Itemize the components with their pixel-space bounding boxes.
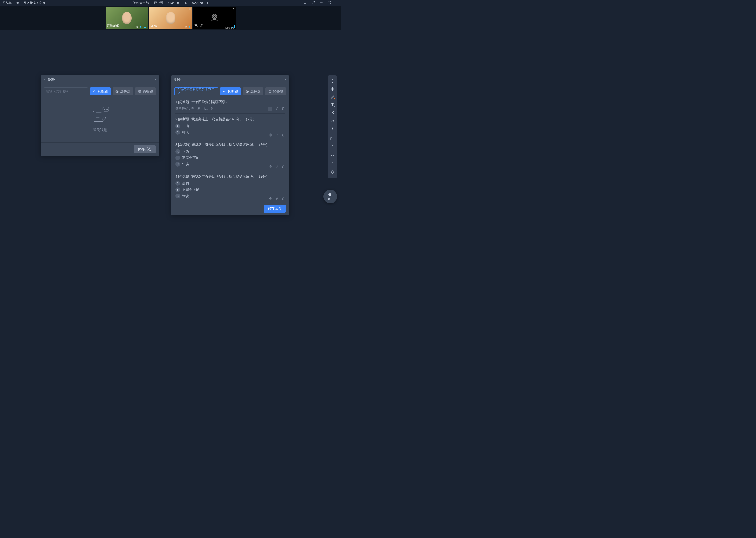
- option-row[interactable]: A是的: [175, 181, 285, 186]
- question-title: 1 [简答题] 一年四季分别是哪四季?: [175, 100, 285, 104]
- move-icon[interactable]: [269, 197, 272, 200]
- text-tool[interactable]: [328, 101, 337, 108]
- users-tool[interactable]: [328, 150, 337, 158]
- camera-toggle-icon[interactable]: [304, 1, 307, 6]
- back-icon[interactable]: [43, 78, 46, 82]
- svg-point-1: [313, 2, 314, 3]
- chat-tool[interactable]: [328, 158, 337, 166]
- tab-choice[interactable]: 选择题: [243, 87, 263, 95]
- tab-short-answer[interactable]: 简答题: [265, 87, 286, 95]
- svg-point-34: [247, 91, 248, 92]
- check-x-icon: [93, 89, 96, 93]
- option-row[interactable]: B不完全正确: [175, 187, 285, 192]
- toolbox-tool[interactable]: [328, 142, 337, 150]
- tab-choice[interactable]: 选择题: [113, 87, 133, 95]
- mic-icon: [139, 25, 142, 28]
- edit-icon[interactable]: [275, 197, 279, 200]
- mic-muted-icon: [223, 25, 226, 28]
- close-tile-icon[interactable]: ×: [189, 7, 191, 11]
- svg-point-49: [333, 162, 333, 162]
- svg-point-19: [117, 91, 118, 92]
- pen-tool[interactable]: [328, 93, 337, 101]
- edit-icon[interactable]: [275, 133, 279, 137]
- right-toolbar: [328, 76, 337, 178]
- hand-icon: [328, 192, 333, 197]
- session-id: ID：2020070324: [184, 1, 208, 5]
- edit-icon[interactable]: [275, 165, 279, 169]
- toolbar-separator: [329, 133, 336, 134]
- svg-point-30: [107, 109, 108, 110]
- svg-point-48: [332, 162, 332, 162]
- delete-icon[interactable]: [281, 165, 285, 169]
- cursor-tool[interactable]: [328, 77, 337, 85]
- move-icon[interactable]: [269, 133, 272, 137]
- svg-point-9: [185, 27, 186, 27]
- close-panel-icon[interactable]: ×: [154, 78, 157, 82]
- check-x-icon: [223, 89, 226, 93]
- close-window-icon[interactable]: [335, 1, 339, 6]
- delete-icon[interactable]: [281, 197, 285, 200]
- svg-point-12: [214, 16, 215, 17]
- spotlight-tool[interactable]: [328, 124, 337, 132]
- empty-text: 暂无试题: [93, 128, 107, 133]
- quiz-name-input[interactable]: [44, 87, 88, 95]
- toolbar-separator: [329, 167, 336, 167]
- question-item: 2 [判断题] 我国宪法上一次更新是在2020年。 （2分） A正确 B错误: [175, 114, 285, 139]
- hand-raise-counter[interactable]: 0/2: [323, 190, 337, 203]
- maximize-icon[interactable]: [327, 1, 331, 6]
- video-tile-camera-off[interactable]: × 王小明: [193, 7, 236, 29]
- svg-rect-44: [331, 146, 334, 148]
- elapsed-time: 已上课：02:34:09: [154, 1, 179, 5]
- eraser-tool[interactable]: [328, 116, 337, 124]
- quiz-panel-empty: 测验 × 判断题 选择题 简答题 暂无试题 保存试卷: [41, 76, 159, 156]
- move-icon[interactable]: [268, 107, 272, 111]
- question-item: 4 [多选题] 施华洛世奇是反华品牌，所以梁鼎琪反华。 （2分） A是的 B不完…: [175, 171, 285, 202]
- scissors-tool[interactable]: [328, 108, 337, 116]
- question-list[interactable]: 1 [简答题] 一年四季分别是哪四季? 参考答案：春、夏、秋、冬 2 [判断题]…: [171, 95, 289, 202]
- move-tool[interactable]: [328, 85, 337, 93]
- svg-point-6: [136, 27, 137, 27]
- question-item: 1 [简答题] 一年四季分别是哪四季? 参考答案：春、夏、秋、冬: [175, 96, 285, 114]
- text-icon: [268, 89, 272, 93]
- bell-tool[interactable]: [328, 168, 337, 176]
- status-bar: 丢包率：0% 网络状态：良好 神秘大自然 已上课：02:34:09 ID：202…: [0, 0, 341, 6]
- minimize-icon[interactable]: [319, 1, 323, 6]
- edit-icon[interactable]: [275, 107, 279, 111]
- settings-icon[interactable]: [311, 1, 315, 6]
- option-row[interactable]: A正确: [175, 149, 285, 154]
- video-thumbnails: 叮当老师 × Nina × 王小明: [0, 6, 341, 30]
- svg-point-28: [104, 109, 105, 110]
- radio-icon: [115, 89, 119, 93]
- svg-point-39: [331, 113, 332, 114]
- record-icon: [184, 25, 187, 28]
- svg-point-45: [332, 153, 333, 154]
- move-icon[interactable]: [269, 165, 272, 169]
- tab-judge[interactable]: 判断题: [220, 87, 241, 95]
- close-panel-icon[interactable]: ×: [284, 78, 287, 82]
- folder-tool[interactable]: [328, 134, 337, 142]
- course-title: 神秘大自然: [133, 1, 149, 5]
- option-row[interactable]: B不完全正确: [175, 155, 285, 160]
- option-row[interactable]: A正确: [175, 124, 285, 129]
- empty-state: 暂无试题: [41, 95, 159, 142]
- question-item: 3 [单选题] 施华洛世奇是反华品牌，所以梁鼎琪反华。 （2分） A正确 B不完…: [175, 139, 285, 171]
- delete-icon[interactable]: [281, 133, 285, 137]
- volume-indicator: [231, 26, 235, 28]
- save-quiz-button[interactable]: 保存试卷: [134, 145, 156, 153]
- tab-short-answer[interactable]: 简答题: [135, 87, 156, 95]
- video-tile-student[interactable]: × Nina: [149, 7, 192, 29]
- delete-icon[interactable]: [281, 107, 285, 111]
- empty-doc-icon: [88, 106, 112, 125]
- radio-icon: [246, 89, 249, 93]
- question-title: 4 [多选题] 施华洛世奇是反华品牌，所以梁鼎琪反华。 （2分）: [175, 174, 285, 179]
- tab-judge[interactable]: 判断题: [90, 87, 111, 95]
- hand-count: 0/2: [328, 197, 332, 200]
- quiz-name-display[interactable]: 产品说试卷名称最多十六个字: [174, 87, 218, 95]
- question-title: 3 [单选题] 施华洛世奇是反华品牌，所以梁鼎琪反华。 （2分）: [175, 142, 285, 147]
- close-tile-icon[interactable]: ×: [233, 7, 235, 11]
- save-quiz-button[interactable]: 保存试卷: [263, 205, 286, 213]
- svg-rect-10: [189, 26, 190, 27]
- text-icon: [138, 89, 141, 93]
- video-tile-teacher[interactable]: 叮当老师: [106, 7, 148, 29]
- mic-icon: [227, 25, 230, 28]
